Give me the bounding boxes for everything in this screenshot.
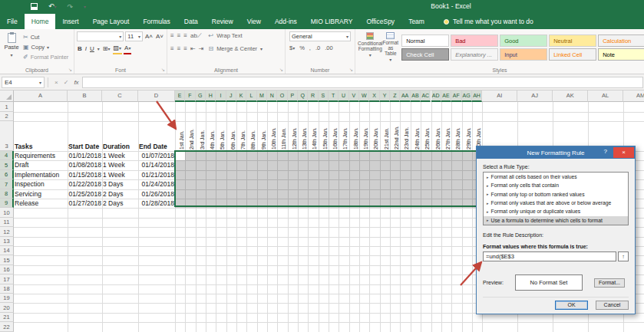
align-center-icon[interactable]: ≡ xyxy=(177,44,181,53)
collapse-dialog-icon[interactable]: ↑ xyxy=(618,251,629,261)
borders-icon[interactable]: ⊞ xyxy=(102,44,111,54)
cell-start-date[interactable]: 01/01/2018 xyxy=(68,151,102,160)
cell-style-check-cell[interactable]: Check Cell xyxy=(401,48,449,61)
column-header-Z[interactable]: Z xyxy=(390,90,400,102)
row-header-16[interactable]: 16 xyxy=(0,265,14,274)
column-header-M[interactable]: M xyxy=(257,90,267,102)
column-header-AF[interactable]: AF xyxy=(451,90,461,102)
cell-header-end-date[interactable]: End Date xyxy=(138,121,175,151)
copy-button[interactable]: ▣Copy xyxy=(23,44,68,51)
cancel-button[interactable]: Cancel xyxy=(596,301,629,310)
tab-file[interactable]: File xyxy=(0,14,25,29)
cell-start-date[interactable]: 01/08/2018 xyxy=(68,160,102,169)
cell-start-date[interactable]: 01/25/2018 xyxy=(68,189,102,199)
column-header-H[interactable]: H xyxy=(206,90,216,102)
insert-function-icon[interactable]: fx xyxy=(74,79,78,86)
italic-button[interactable]: I xyxy=(84,44,88,54)
column-header-I[interactable]: I xyxy=(216,90,226,102)
cell-task[interactable]: Servicing xyxy=(14,189,68,199)
tab-formulas[interactable]: Formulas xyxy=(136,14,177,29)
column-header-AB[interactable]: AB xyxy=(411,90,421,102)
row-header-19[interactable]: 19 xyxy=(0,294,14,303)
column-header-AC[interactable]: AC xyxy=(421,90,431,102)
column-header-W[interactable]: W xyxy=(359,90,369,102)
row-header-18[interactable]: 18 xyxy=(0,284,14,294)
name-box[interactable]: E4 xyxy=(2,77,45,88)
grow-font-icon[interactable]: A˄ xyxy=(144,32,154,41)
orientation-icon[interactable]: ab⟋ xyxy=(190,31,202,40)
cell-header-tasks[interactable]: Tasks xyxy=(14,121,68,151)
enter-entry-icon[interactable]: ✓ xyxy=(64,79,69,86)
column-header-AL[interactable]: AL xyxy=(588,90,623,102)
cell-end-date[interactable]: 01/26/2018 xyxy=(138,189,175,199)
cell-start-date[interactable]: 01/15/2018 xyxy=(68,170,102,179)
cell-start-date[interactable]: 01/22/2018 xyxy=(68,179,102,189)
cell-header-duration[interactable]: Duration xyxy=(102,121,138,151)
tell-me-box[interactable]: Tell me what you want to do xyxy=(444,14,533,29)
tab-view[interactable]: View xyxy=(240,14,268,29)
column-header-V[interactable]: V xyxy=(349,90,359,102)
underline-button[interactable]: U xyxy=(89,44,95,54)
tab-review[interactable]: Review xyxy=(205,14,240,29)
cell-style-good[interactable]: Good xyxy=(500,35,547,47)
cell-style-calculation[interactable]: Calculation xyxy=(598,35,644,47)
decrease-decimal-icon[interactable]: .00 xyxy=(325,44,332,51)
cell-end-date[interactable]: 01/07/2018 xyxy=(138,151,175,160)
rule-type-item[interactable]: ▸Format only unique or duplicate values xyxy=(484,207,628,215)
cell-header-start-date[interactable]: Start Date xyxy=(68,121,102,151)
redo-icon[interactable]: ↷ xyxy=(68,3,74,11)
column-header-A[interactable]: A xyxy=(14,90,68,102)
column-header-F[interactable]: F xyxy=(185,90,195,102)
cell-duration[interactable]: 3 Days xyxy=(102,179,138,189)
row-header-10[interactable]: 10 xyxy=(0,208,14,217)
align-top-icon[interactable]: ≡ xyxy=(170,31,174,40)
cell-start-date[interactable]: 01/27/2018 xyxy=(68,199,102,208)
undo-icon[interactable]: ↶ xyxy=(48,2,57,11)
row-header-3[interactable]: 3 xyxy=(0,121,14,151)
column-header-N[interactable]: N xyxy=(267,90,277,102)
column-header-Q[interactable]: Q xyxy=(298,90,308,102)
number-format-combo[interactable]: General xyxy=(289,31,351,41)
tab-add-ins[interactable]: Add-ins xyxy=(268,14,304,29)
cell-style-explanatory[interactable]: Explanatory ... xyxy=(451,48,498,61)
row-header-11[interactable]: 11 xyxy=(0,218,14,227)
close-icon[interactable]: × xyxy=(613,147,634,158)
cell-style-input[interactable]: Input xyxy=(500,48,547,61)
tab-home[interactable]: Home xyxy=(25,14,56,29)
tab-data[interactable]: Data xyxy=(177,14,205,29)
cell-duration[interactable]: 1 Week xyxy=(102,151,138,160)
cell-duration[interactable]: 1 Week xyxy=(102,160,138,169)
align-left-icon[interactable]: ≡ xyxy=(170,44,174,53)
rule-type-item[interactable]: ▸Format only values that are above or be… xyxy=(484,199,628,207)
column-header-E[interactable]: E xyxy=(175,90,185,102)
cell-end-date[interactable]: 01/28/2018 xyxy=(138,199,175,208)
rule-type-item[interactable]: ▸Format only top or bottom ranked values xyxy=(484,190,628,199)
tab-officespy[interactable]: OfficeSpy xyxy=(359,14,401,29)
cell-duration[interactable]: 2 Days xyxy=(102,199,138,208)
alignment-dialog-launcher-icon[interactable]: ↘ xyxy=(279,67,283,73)
row-header-22[interactable]: 22 xyxy=(0,322,14,331)
decrease-indent-icon[interactable]: ⇤ xyxy=(190,44,196,53)
tab-insert[interactable]: Insert xyxy=(55,14,85,29)
column-header-T[interactable]: T xyxy=(329,90,339,102)
fill-color-icon[interactable]: ▨ xyxy=(113,44,123,54)
comma-style-icon[interactable]: , xyxy=(309,44,311,51)
row-header-17[interactable]: 17 xyxy=(0,274,14,284)
cell-task[interactable]: Requirements xyxy=(14,151,68,160)
cell-task[interactable]: Implementation xyxy=(14,170,68,179)
column-header-O[interactable]: O xyxy=(277,90,287,102)
rule-type-item[interactable]: ▸Use a formula to determine which cells … xyxy=(484,216,628,225)
rule-type-item[interactable]: ▸Format only cells that contain xyxy=(484,181,628,189)
column-header-S[interactable]: S xyxy=(319,90,329,102)
column-header-Y[interactable]: Y xyxy=(380,90,390,102)
column-header-X[interactable]: X xyxy=(369,90,379,102)
ok-button[interactable]: OK xyxy=(555,301,588,310)
bold-button[interactable]: B xyxy=(77,44,83,54)
rule-type-item[interactable]: ▸Format all cells based on their values xyxy=(484,173,628,181)
font-size-combo[interactable]: 11 xyxy=(125,31,143,41)
cut-button[interactable]: ✂Cut xyxy=(23,34,68,41)
increase-indent-icon[interactable]: ⇥ xyxy=(199,44,204,53)
rule-formula-input[interactable]: =und($E$3 xyxy=(483,251,616,261)
cell-end-date[interactable]: 01/21/2018 xyxy=(138,170,175,179)
column-header-U[interactable]: U xyxy=(339,90,348,102)
